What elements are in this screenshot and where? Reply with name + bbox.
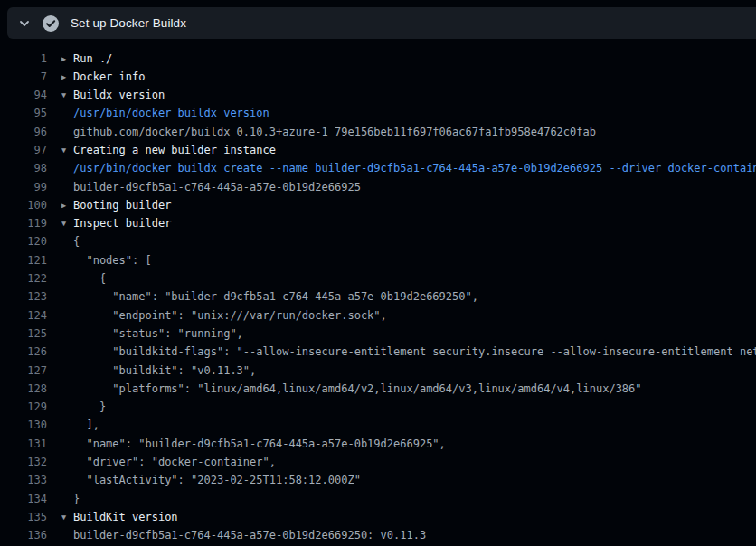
line-number[interactable]: 122 xyxy=(0,269,47,287)
output-text: } xyxy=(73,490,756,508)
line-number[interactable]: 120 xyxy=(0,232,47,250)
log-group-line[interactable]: 94▼Buildx version xyxy=(0,86,756,104)
log-line: 95/usr/bin/docker buildx version xyxy=(0,104,756,122)
line-number[interactable]: 95 xyxy=(0,104,47,122)
log-group-line[interactable]: 97▼Creating a new builder instance xyxy=(0,141,756,159)
log-line: 99builder-d9cfb5a1-c764-445a-a57e-0b19d2… xyxy=(0,178,756,196)
log-line: 124 "endpoint": "unix:///var/run/docker.… xyxy=(0,306,756,325)
log-line: 126 "buildkitd-flags": "--allow-insecure… xyxy=(0,343,756,361)
group-title: Creating a new builder instance xyxy=(73,141,756,159)
line-number[interactable]: 121 xyxy=(0,251,47,269)
line-number[interactable]: 7 xyxy=(0,68,47,86)
group-title: Buildx version xyxy=(73,86,756,104)
line-number[interactable]: 128 xyxy=(0,380,47,398)
line-number[interactable]: 133 xyxy=(0,471,47,489)
line-gutter xyxy=(47,490,73,508)
output-text: github.com/docker/buildx 0.10.3+azure-1 … xyxy=(73,123,756,141)
line-number[interactable]: 127 xyxy=(0,362,47,380)
log-line: 131 "name": "builder-d9cfb5a1-c764-445a-… xyxy=(0,435,756,453)
log-line: 122 { xyxy=(0,269,756,287)
step-header[interactable]: Set up Docker Buildx xyxy=(7,7,756,39)
line-gutter xyxy=(47,159,73,177)
line-gutter: ▶ xyxy=(47,50,73,68)
log-group-line[interactable]: 100▶Booting builder xyxy=(0,196,756,214)
line-number[interactable]: 96 xyxy=(0,123,47,141)
line-number[interactable]: 134 xyxy=(0,490,47,508)
line-number[interactable]: 123 xyxy=(0,287,47,306)
line-gutter xyxy=(47,471,73,489)
log-viewer: 1▶Run ./7▶Docker info94▼Buildx version95… xyxy=(0,50,756,545)
collapse-group-icon[interactable]: ▼ xyxy=(61,214,66,232)
log-group-line[interactable]: 135▼BuildKit version xyxy=(0,508,756,526)
expand-group-icon[interactable]: ▶ xyxy=(61,68,66,86)
line-number[interactable]: 94 xyxy=(0,86,47,104)
line-gutter xyxy=(47,251,73,269)
line-number[interactable]: 129 xyxy=(0,398,47,416)
log-line: 130 ], xyxy=(0,416,756,434)
line-gutter: ▼ xyxy=(47,86,73,104)
log-line: 132 "driver": "docker-container", xyxy=(0,453,756,471)
line-gutter: ▼ xyxy=(47,214,73,232)
log-group-line[interactable]: 1▶Run ./ xyxy=(0,50,756,68)
group-title: Run ./ xyxy=(73,50,756,68)
output-text: "nodes": [ xyxy=(73,251,756,269)
line-number[interactable]: 97 xyxy=(0,141,47,159)
line-number[interactable]: 100 xyxy=(0,196,47,214)
line-number[interactable]: 1 xyxy=(0,50,47,68)
line-gutter xyxy=(47,398,73,416)
line-gutter xyxy=(47,269,73,287)
line-number[interactable]: 99 xyxy=(0,178,47,196)
log-line: 121 "nodes": [ xyxy=(0,251,756,269)
output-text: "buildkit": "v0.11.3", xyxy=(73,362,756,380)
line-number[interactable]: 98 xyxy=(0,159,47,177)
group-title: BuildKit version xyxy=(73,508,756,526)
check-circle-icon xyxy=(42,14,60,33)
log-line: 133 "lastActivity": "2023-02-25T11:58:12… xyxy=(0,471,756,489)
output-text: ], xyxy=(73,416,756,434)
line-number[interactable]: 131 xyxy=(0,435,47,453)
log-line: 98/usr/bin/docker buildx create --name b… xyxy=(0,159,756,177)
collapse-group-icon[interactable]: ▼ xyxy=(61,86,66,104)
line-gutter xyxy=(47,232,73,250)
output-text: { xyxy=(73,232,756,250)
expand-group-icon[interactable]: ▶ xyxy=(61,196,66,214)
expand-group-icon[interactable]: ▶ xyxy=(61,50,66,68)
line-gutter xyxy=(47,343,73,361)
log-line: 125 "status": "running", xyxy=(0,325,756,343)
line-gutter xyxy=(47,435,73,453)
line-gutter xyxy=(47,380,73,398)
chevron-down-icon[interactable] xyxy=(16,15,33,32)
line-gutter xyxy=(47,362,73,380)
line-gutter xyxy=(47,306,73,325)
collapse-group-icon[interactable]: ▼ xyxy=(61,141,66,159)
command-text: /usr/bin/docker buildx create --name bui… xyxy=(73,159,756,177)
output-text: { xyxy=(73,269,756,287)
line-number[interactable]: 135 xyxy=(0,508,47,526)
output-text: "status": "running", xyxy=(73,325,756,343)
line-number[interactable]: 130 xyxy=(0,416,47,434)
group-title: Docker info xyxy=(73,68,756,86)
group-title: Inspect builder xyxy=(73,214,756,232)
output-text: builder-d9cfb5a1-c764-445a-a57e-0b19d2e6… xyxy=(73,526,756,544)
log-group-line[interactable]: 119▼Inspect builder xyxy=(0,214,756,232)
line-number[interactable]: 119 xyxy=(0,214,47,232)
line-gutter: ▶ xyxy=(47,196,73,214)
output-text: "driver": "docker-container", xyxy=(73,453,756,471)
log-line: 96github.com/docker/buildx 0.10.3+azure-… xyxy=(0,123,756,141)
log-line: 120{ xyxy=(0,232,756,250)
line-gutter xyxy=(47,325,73,343)
line-gutter xyxy=(47,287,73,306)
output-text: "platforms": "linux/amd64,linux/amd64/v2… xyxy=(73,380,756,398)
log-line: 129 } xyxy=(0,398,756,416)
line-number[interactable]: 125 xyxy=(0,325,47,343)
log-group-line[interactable]: 7▶Docker info xyxy=(0,68,756,86)
line-number[interactable]: 124 xyxy=(0,306,47,325)
line-gutter: ▶ xyxy=(47,68,73,86)
output-text: "name": "builder-d9cfb5a1-c764-445a-a57e… xyxy=(73,435,756,453)
line-number[interactable]: 132 xyxy=(0,453,47,471)
line-gutter xyxy=(47,453,73,471)
line-number[interactable]: 136 xyxy=(0,526,47,544)
collapse-group-icon[interactable]: ▼ xyxy=(61,508,66,526)
line-gutter xyxy=(47,526,73,544)
line-number[interactable]: 126 xyxy=(0,343,47,361)
